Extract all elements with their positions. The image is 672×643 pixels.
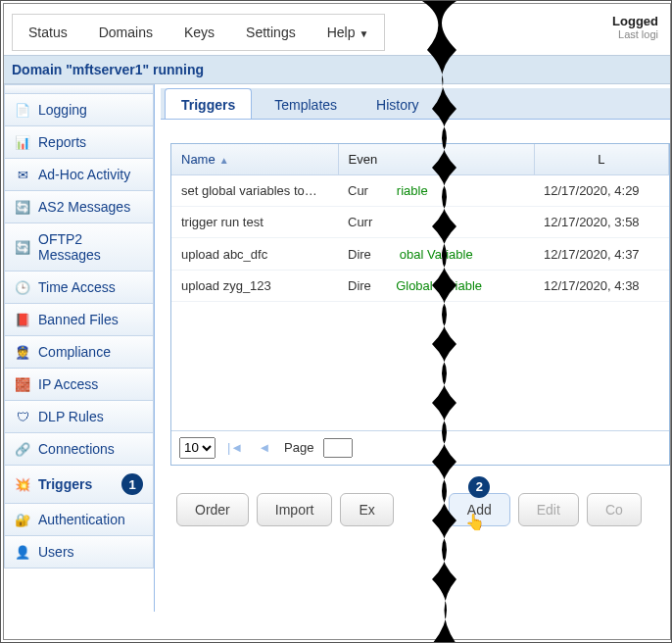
nav-keys[interactable]: Keys [168,15,230,50]
sidebar-item-ip-access[interactable]: 🧱IP Access [4,369,154,401]
sidebar-label: Reports [38,134,86,150]
cell-event: Curr [338,207,534,238]
table-row[interactable]: upload zyg_123 Dire Global Variable 12/1… [171,270,669,301]
sidebar-label: IP Access [38,376,98,392]
export-button[interactable]: Ex [340,493,393,526]
sidebar-label: Authentication [38,512,125,527]
copy-button[interactable]: Co [587,493,642,526]
content-area: Triggers Templates History Name▲ Even L [155,84,670,612]
sidebar-item-oftp2[interactable]: 🔄OFTP2 Messages [4,223,154,272]
page-input[interactable] [323,438,353,458]
officer-icon: 👮 [15,344,30,360]
sidebar-item-connections[interactable]: 🔗Connections [4,433,154,466]
top-bar: Status Domains Keys Settings Help▼ Logge… [4,4,670,55]
user-icon: 👤 [15,544,30,560]
sidebar-item-banned-files[interactable]: 📕Banned Files [4,304,154,336]
sidebar-item-adhoc[interactable]: ✉Ad-Hoc Activity [4,159,154,191]
sidebar-label: Ad-Hoc Activity [38,167,130,182]
edit-button[interactable]: Edit [518,493,579,526]
lock-icon: 🔐 [15,512,30,527]
sync-icon: 🔄 [15,239,30,255]
sidebar-label: OFTP2 Messages [38,231,143,263]
cell-event: Cur riable [338,175,534,207]
tabs-bar: Triggers Templates History [161,88,670,120]
page-label: Page [284,440,313,455]
sidebar-item-dlp-rules[interactable]: 🛡DLP Rules [4,401,154,433]
import-button[interactable]: Import [257,493,333,526]
sidebar-item-users[interactable]: 👤Users [4,536,154,569]
triggers-table: Name▲ Even L set global variables to… Cu… [170,143,670,466]
add-button[interactable]: 2 Add 👆 [449,493,510,526]
sidebar-item-reports[interactable]: 📊Reports [4,126,154,159]
cell-name: trigger run test [171,207,338,238]
page-size-select[interactable]: 10 [179,437,216,459]
cell-last: 12/17/2020, 4:38 [534,270,669,301]
table-row[interactable]: trigger run test Curr 12/17/2020, 3:58 [171,207,669,238]
order-button[interactable]: Order [176,493,249,526]
col-last[interactable]: L [534,144,669,175]
nav-domains[interactable]: Domains [83,15,168,50]
pager: 10 |◄ ◄ Page [171,430,669,465]
logging-icon: 📄 [15,102,30,118]
sidebar-item-compliance[interactable]: 👮Compliance [4,336,154,369]
step-badge-1: 1 [121,473,143,495]
nav-help[interactable]: Help▼ [312,15,385,50]
sidebar-label: Compliance [38,344,111,360]
clock-icon: 🕒 [15,279,30,295]
sidebar-item-triggers[interactable]: 💥Triggers1 [4,466,154,504]
last-login-label: Last logi [612,28,658,40]
tab-history[interactable]: History [360,88,436,119]
firewall-icon: 🧱 [15,376,30,392]
sidebar-item-time-access[interactable]: 🕒Time Access [4,272,154,304]
top-nav: Status Domains Keys Settings Help▼ [12,14,385,51]
mail-icon: ✉ [15,167,30,182]
sidebar: 📄Logging 📊Reports ✉Ad-Hoc Activity 🔄AS2 … [4,84,155,612]
col-event[interactable]: Even [338,144,534,175]
caret-down-icon: ▼ [359,28,368,39]
cell-name: upload zyg_123 [171,270,338,301]
sidebar-item-as2[interactable]: 🔄AS2 Messages [4,191,154,223]
sidebar-label: Users [38,544,74,560]
cell-last: 12/17/2020, 4:29 [534,175,669,207]
link-icon: 🔗 [15,441,30,457]
sidebar-label: Banned Files [38,312,119,327]
cell-event: Dire Global Variable [338,270,534,301]
cell-last: 12/17/2020, 4:37 [534,238,669,270]
sort-asc-icon: ▲ [219,155,229,166]
sidebar-item-logging[interactable]: 📄Logging [4,94,154,126]
cell-name: upload abc_dfc [171,238,338,270]
sidebar-label: Connections [38,441,115,457]
sidebar-item-authentication[interactable]: 🔐Authentication [4,504,154,536]
cell-last: 12/17/2020, 3:58 [534,207,669,238]
col-name[interactable]: Name▲ [171,144,338,175]
sidebar-label: Logging [38,102,87,118]
pager-first-icon[interactable]: |◄ [225,438,245,458]
table-row[interactable]: set global variables to… Cur riable 12/1… [171,175,669,207]
sidebar-label: Time Access [38,279,116,295]
step-badge-2: 2 [468,476,490,498]
nav-settings[interactable]: Settings [230,15,312,50]
login-status: Logged Last logi [612,14,658,51]
shield-icon: 🛡 [15,409,30,424]
table-row[interactable]: upload abc_dfc Dire obal Variable 12/17/… [171,238,669,270]
logged-label: Logged [612,14,658,28]
tab-templates[interactable]: Templates [258,88,354,119]
cell-name: set global variables to… [171,175,338,207]
nav-status[interactable]: Status [13,15,83,50]
button-bar: Order Import Ex 2 Add 👆 Edit Co [176,493,670,526]
reports-icon: 📊 [15,134,30,150]
sidebar-item-cutoff[interactable] [4,84,154,94]
sync-icon: 🔄 [15,199,30,215]
sidebar-label: DLP Rules [38,409,104,424]
sidebar-label: AS2 Messages [38,199,130,215]
domain-status-bar: Domain "mftserver1" running [4,55,670,84]
pager-prev-icon[interactable]: ◄ [255,438,274,458]
book-icon: 📕 [15,312,30,327]
tab-triggers[interactable]: Triggers [165,88,252,119]
cell-event: Dire obal Variable [338,238,534,270]
sidebar-label: Triggers [38,476,92,492]
trigger-icon: 💥 [15,476,30,492]
